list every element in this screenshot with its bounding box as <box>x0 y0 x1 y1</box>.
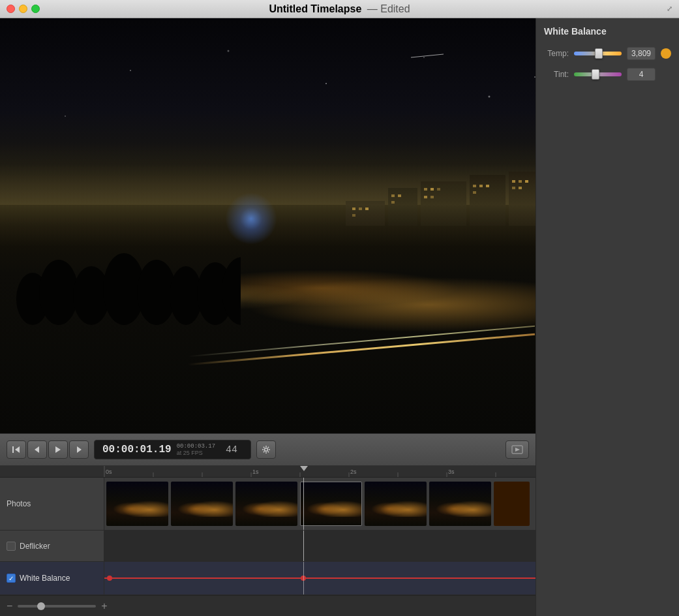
rewind-to-start-button[interactable] <box>7 440 26 459</box>
timecode-display: 00:00:01.19 00:00:03.17 at 25 FPS 44 <box>94 440 251 459</box>
timeline-area: 0s 1s 2s 3s <box>0 466 536 616</box>
wb-track-label: White Balance <box>0 562 104 594</box>
tint-slider-container[interactable] <box>574 69 622 80</box>
timecode-info: 00:00:03.17 at 25 FPS <box>177 443 215 456</box>
wb-checkbox[interactable] <box>7 574 16 583</box>
prev-frame-icon <box>33 445 42 454</box>
timeline-footer: − + <box>0 595 536 616</box>
temp-value[interactable]: 3,809 <box>627 47 656 60</box>
timecode-fps: at 25 FPS <box>177 450 203 456</box>
deflicker-track: Deflicker <box>0 531 536 562</box>
tint-value[interactable]: 4 <box>627 68 656 81</box>
playhead-indicator[interactable] <box>303 466 305 477</box>
deflicker-label: Deflicker <box>20 542 50 551</box>
expand-button[interactable]: ⤢ <box>667 5 672 13</box>
photo-thumb-1[interactable] <box>106 482 168 526</box>
svg-text:0s: 0s <box>106 469 112 475</box>
photo-thumbnails <box>104 478 536 530</box>
wb-label: White Balance <box>20 574 70 583</box>
deflicker-track-label: Deflicker <box>0 531 104 561</box>
export-button[interactable] <box>505 440 529 459</box>
deflicker-track-content[interactable] <box>104 531 536 561</box>
wb-keyframe-line <box>104 578 536 579</box>
tint-slider-track <box>574 72 622 76</box>
prev-frame-button[interactable] <box>27 440 47 459</box>
timeline-ruler: 0s 1s 2s 3s <box>0 466 536 478</box>
zoom-slider[interactable] <box>18 605 96 608</box>
ruler-svg: 0s 1s 2s 3s <box>0 466 536 477</box>
photo-thumb-3[interactable] <box>235 482 297 526</box>
play-icon <box>53 445 63 454</box>
frame-count: 44 <box>220 444 243 455</box>
tint-label: Tint: <box>544 70 569 79</box>
timecode-total: 00:00:03.17 <box>177 443 215 450</box>
timeline-tracks: Photos <box>0 478 536 595</box>
wb-track: White Balance <box>0 562 536 595</box>
svg-marker-49 <box>35 446 39 453</box>
wb-track-content[interactable] <box>104 562 536 594</box>
city-lights <box>0 205 536 371</box>
tint-row: Tint: 4 <box>544 68 671 81</box>
titlebar: Untitled Timelapse — Edited ⤢ <box>0 0 679 18</box>
photo-thumb-7[interactable] <box>494 482 530 526</box>
photos-track-label: Photos <box>0 478 104 530</box>
gear-icon <box>262 445 271 454</box>
left-area: 00:00:01.19 00:00:03.17 at 25 FPS 44 <box>0 18 536 616</box>
svg-marker-51 <box>77 446 82 453</box>
photo-thumb-2[interactable] <box>171 482 233 526</box>
deflicker-checkbox[interactable] <box>7 542 16 551</box>
playback-bar: 00:00:01.19 00:00:03.17 at 25 FPS 44 <box>0 433 536 466</box>
deflicker-content <box>104 531 536 561</box>
tint-slider-thumb[interactable] <box>592 69 599 80</box>
svg-text:1s: 1s <box>252 469 259 475</box>
photos-track: Photos <box>0 478 536 531</box>
zoom-slider-thumb[interactable] <box>37 602 45 610</box>
svg-text:3s: 3s <box>448 469 455 475</box>
close-button[interactable] <box>7 5 15 13</box>
zoom-in-icon[interactable]: + <box>101 600 107 612</box>
transport-controls <box>7 440 89 459</box>
zoom-out-icon[interactable]: − <box>7 600 12 612</box>
photo-thumb-4[interactable] <box>300 482 362 526</box>
maximize-button[interactable] <box>31 5 40 13</box>
rewind-icon <box>12 445 21 454</box>
main-content: 00:00:01.19 00:00:03.17 at 25 FPS 44 <box>0 18 679 616</box>
video-preview <box>0 18 536 433</box>
svg-point-52 <box>265 448 268 452</box>
next-frame-button[interactable] <box>69 440 89 459</box>
night-scene <box>0 18 536 433</box>
photos-track-content[interactable] <box>104 478 536 530</box>
wb-keyframe-start[interactable] <box>107 576 112 581</box>
timecode-current: 00:00:01.19 <box>102 444 172 455</box>
svg-marker-48 <box>15 446 20 453</box>
svg-text:2s: 2s <box>350 469 357 475</box>
svg-rect-47 <box>12 446 14 453</box>
play-button[interactable] <box>48 440 68 459</box>
svg-marker-50 <box>55 446 61 453</box>
temp-row: Temp: 3,809 <box>544 47 671 60</box>
right-panel: White Balance Temp: 3,809 Tint: 4 <box>536 18 679 616</box>
svg-marker-54 <box>515 448 520 452</box>
photo-thumb-6[interactable] <box>429 482 491 526</box>
window-controls <box>7 5 40 13</box>
next-frame-icon <box>74 445 83 454</box>
temp-label: Temp: <box>544 49 569 58</box>
playhead-triangle <box>300 466 308 471</box>
temp-slider-thumb[interactable] <box>595 48 603 59</box>
temp-slider-container[interactable] <box>574 48 622 59</box>
photo-thumb-5[interactable] <box>365 482 427 526</box>
photos-label: Photos <box>7 499 31 508</box>
settings-button[interactable] <box>256 440 276 459</box>
panel-title: White Balance <box>544 26 671 37</box>
window-title: Untitled Timelapse — Edited <box>269 3 410 15</box>
export-icon <box>511 445 523 454</box>
minimize-button[interactable] <box>19 5 27 13</box>
wb-keyframe-center[interactable] <box>301 576 306 581</box>
temp-slider-track <box>574 52 622 55</box>
temp-badge <box>661 48 671 59</box>
